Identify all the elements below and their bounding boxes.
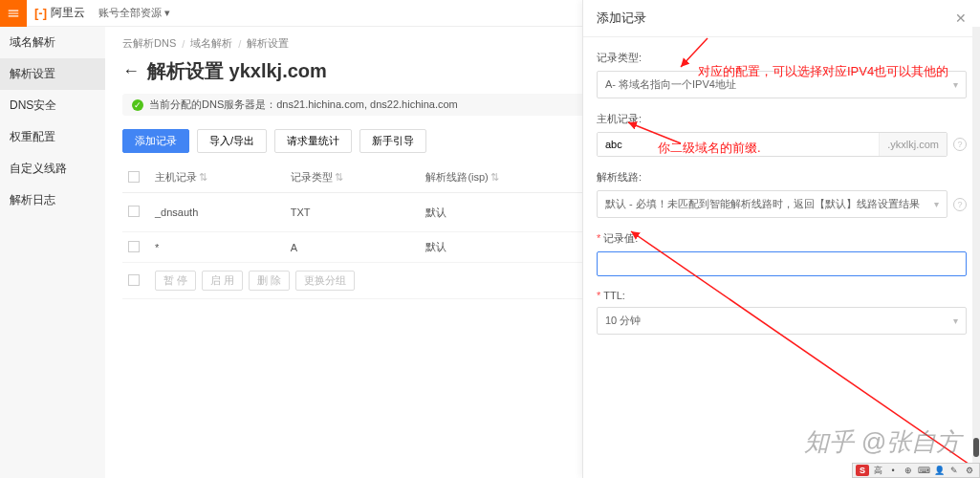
bulk-enable[interactable]: 启 用 (202, 271, 243, 291)
hamburger-menu[interactable] (0, 0, 27, 27)
host-input-wrap: .ykxlkj.com (597, 132, 947, 157)
col-type[interactable]: 记录类型⇅ (285, 163, 421, 193)
ime-icon[interactable]: ⌨ (917, 465, 930, 476)
row-checkbox[interactable] (128, 274, 140, 286)
label-host: 主机记录: (597, 112, 967, 126)
hamburger-icon (7, 7, 20, 20)
drawer-header: 添加记录 ✕ (583, 0, 980, 37)
ime-logo-icon: S (856, 465, 869, 476)
line-select[interactable]: 默认 - 必填！未匹配到智能解析线路时，返回【默认】线路设置结果 ▾ (597, 190, 947, 218)
stats-button[interactable]: 请求量统计 (274, 129, 352, 153)
add-record-button[interactable]: 添加记录 (122, 129, 189, 153)
label-record-type: 记录类型: (597, 51, 967, 65)
ime-mode[interactable]: 高 (871, 465, 884, 476)
bulk-pause[interactable]: 暂 停 (155, 271, 196, 291)
logo-mark: [-] (34, 6, 47, 20)
add-record-drawer: 添加记录 ✕ 记录类型: A- 将域名指向一个IPV4地址 ▾ 主机记录: .y… (582, 0, 980, 478)
label-value: *记录值: (597, 231, 967, 246)
label-line: 解析线路: (597, 170, 967, 185)
chevron-down-icon: ▾ (934, 199, 939, 209)
record-type-select[interactable]: A- 将域名指向一个IPV4地址 ▾ (597, 71, 967, 98)
ime-icon[interactable]: ⚙ (963, 465, 976, 476)
sidebar: 域名解析 解析设置 DNS安全 权重配置 自定义线路 解析日志 (0, 27, 105, 478)
row-checkbox[interactable] (128, 206, 140, 217)
bulk-group[interactable]: 更换分组 (295, 271, 355, 291)
breadcrumb-item[interactable]: 解析设置 (247, 36, 289, 51)
logo-text: 阿里云 (51, 5, 85, 21)
ime-icon[interactable]: ⊕ (902, 465, 915, 476)
guide-button[interactable]: 新手引导 (359, 129, 426, 153)
breadcrumb-item[interactable]: 域名解析 (190, 36, 232, 51)
select-all-checkbox[interactable] (128, 171, 140, 183)
chevron-down-icon: ▾ (953, 315, 958, 326)
import-export-button[interactable]: 导入/导出 (197, 129, 267, 153)
ime-toolbar[interactable]: S 高 • ⊕ ⌨ 👤 ✎ ⚙ (852, 463, 980, 478)
ime-icon[interactable]: 👤 (932, 465, 946, 476)
back-arrow-icon[interactable]: ← (122, 61, 140, 81)
host-suffix: .ykxlkj.com (879, 133, 947, 156)
sidebar-item-custom-line[interactable]: 自定义线路 (0, 153, 105, 185)
breadcrumb-item[interactable]: 云解析DNS (122, 36, 176, 51)
sidebar-item-weight[interactable]: 权重配置 (0, 121, 105, 153)
host-input[interactable] (598, 133, 879, 156)
col-host[interactable]: 主机记录⇅ (149, 163, 285, 193)
chevron-down-icon: ▾ (164, 7, 170, 19)
sidebar-item-logs[interactable]: 解析日志 (0, 185, 105, 216)
col-line[interactable]: 解析线路(isp)⇅ (420, 163, 599, 193)
drawer-title: 添加记录 (597, 10, 646, 27)
logo[interactable]: [-] 阿里云 (34, 5, 85, 21)
account-selector[interactable]: 账号全部资源 ▾ (98, 6, 170, 20)
scrollbar[interactable] (972, 27, 980, 463)
sidebar-item-dns-security[interactable]: DNS安全 (0, 90, 105, 121)
sidebar-item-records[interactable]: 解析设置 (0, 58, 105, 90)
sidebar-item-domain-dns[interactable]: 域名解析 (0, 27, 105, 58)
value-input[interactable] (597, 251, 967, 276)
ime-icon[interactable]: ✎ (947, 465, 961, 476)
label-ttl: *TTL: (597, 290, 967, 301)
close-icon[interactable]: ✕ (955, 11, 967, 26)
help-icon[interactable]: ? (953, 198, 967, 211)
ttl-select[interactable]: 10 分钟 ▾ (597, 307, 967, 335)
chevron-down-icon: ▾ (953, 79, 958, 90)
success-icon: ✓ (132, 99, 143, 111)
bulk-delete[interactable]: 删 除 (249, 271, 290, 291)
scroll-thumb[interactable] (973, 438, 979, 457)
help-icon[interactable]: ? (953, 138, 967, 151)
ime-icon[interactable]: • (886, 465, 900, 476)
row-checkbox[interactable] (128, 241, 140, 252)
